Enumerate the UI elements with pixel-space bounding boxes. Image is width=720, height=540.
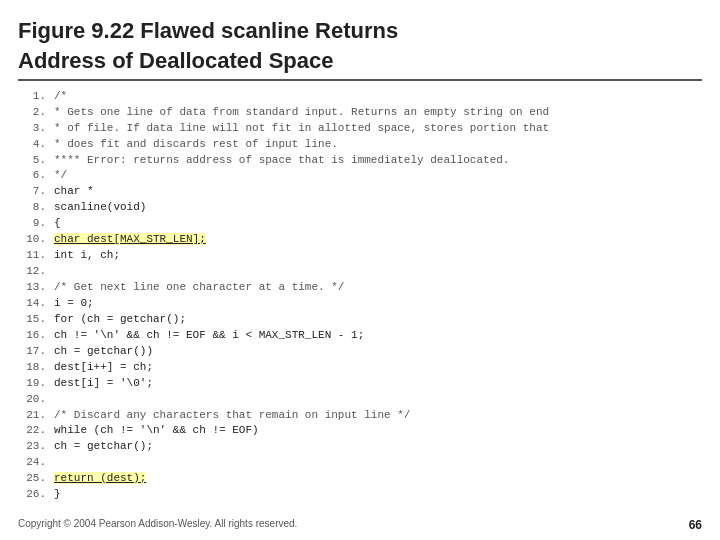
- table-row: 12.: [18, 264, 702, 280]
- line-number: 7.: [18, 184, 46, 200]
- table-row: 11. int i, ch;: [18, 248, 702, 264]
- line-content: ch = getchar()): [54, 344, 702, 360]
- table-row: 19. dest[i] = '\0';: [18, 376, 702, 392]
- line-content: int i, ch;: [54, 248, 702, 264]
- line-number: 2.: [18, 105, 46, 121]
- line-number: 1.: [18, 89, 46, 105]
- table-row: 17. ch = getchar()): [18, 344, 702, 360]
- page-number: 66: [689, 518, 702, 532]
- line-number: 16.: [18, 328, 46, 344]
- table-row: 7.char *: [18, 184, 702, 200]
- line-number: 14.: [18, 296, 46, 312]
- table-row: 2. * Gets one line of data from standard…: [18, 105, 702, 121]
- table-row: 9.{: [18, 216, 702, 232]
- table-row: 22. while (ch != '\n' && ch != EOF): [18, 423, 702, 439]
- table-row: 21. /* Discard any characters that remai…: [18, 408, 702, 424]
- table-row: 14. i = 0;: [18, 296, 702, 312]
- table-row: 8.scanline(void): [18, 200, 702, 216]
- title-line1: Figure 9.22 Flawed scanline Returns: [18, 18, 702, 44]
- line-content: */: [54, 168, 702, 184]
- line-content: char dest[MAX_STR_LEN];: [54, 232, 702, 248]
- line-content: /*: [54, 89, 702, 105]
- line-number: 26.: [18, 487, 46, 503]
- table-row: 16. ch != '\n' && ch != EOF && i < MAX_S…: [18, 328, 702, 344]
- line-number: 10.: [18, 232, 46, 248]
- line-number: 19.: [18, 376, 46, 392]
- copyright-text: Copyright © 2004 Pearson Addison-Wesley.…: [18, 518, 297, 532]
- line-content: dest[i] = '\0';: [54, 376, 702, 392]
- table-row: 15. for (ch = getchar();: [18, 312, 702, 328]
- table-row: 20.: [18, 392, 702, 408]
- line-content: /* Get next line one character at a time…: [54, 280, 702, 296]
- line-number: 22.: [18, 423, 46, 439]
- line-number: 9.: [18, 216, 46, 232]
- line-content: for (ch = getchar();: [54, 312, 702, 328]
- line-number: 5.: [18, 153, 46, 169]
- line-number: 21.: [18, 408, 46, 424]
- title-line2: Address of Deallocated Space: [18, 48, 702, 74]
- table-row: 23. ch = getchar();: [18, 439, 702, 455]
- line-number: 23.: [18, 439, 46, 455]
- table-row: 4. * does fit and discards rest of input…: [18, 137, 702, 153]
- table-row: 5. **** Error: returns address of space …: [18, 153, 702, 169]
- line-number: 13.: [18, 280, 46, 296]
- line-content: ch = getchar();: [54, 439, 702, 455]
- line-number: 24.: [18, 455, 46, 471]
- table-row: 3. * of file. If data line will not fit …: [18, 121, 702, 137]
- line-number: 25.: [18, 471, 46, 487]
- line-number: 8.: [18, 200, 46, 216]
- line-number: 12.: [18, 264, 46, 280]
- table-row: 10. char dest[MAX_STR_LEN];: [18, 232, 702, 248]
- line-content: dest[i++] = ch;: [54, 360, 702, 376]
- table-row: 25. return (dest);: [18, 471, 702, 487]
- line-content: i = 0;: [54, 296, 702, 312]
- footer: Copyright © 2004 Pearson Addison-Wesley.…: [18, 518, 702, 532]
- line-number: 20.: [18, 392, 46, 408]
- line-content: }: [54, 487, 702, 503]
- line-content: {: [54, 216, 702, 232]
- line-content: ch != '\n' && ch != EOF && i < MAX_STR_L…: [54, 328, 702, 344]
- line-content: scanline(void): [54, 200, 702, 216]
- line-number: 4.: [18, 137, 46, 153]
- table-row: 1./*: [18, 89, 702, 105]
- table-row: 13. /* Get next line one character at a …: [18, 280, 702, 296]
- table-row: 26.}: [18, 487, 702, 503]
- line-number: 11.: [18, 248, 46, 264]
- line-content: * Gets one line of data from standard in…: [54, 105, 702, 121]
- table-row: 18. dest[i++] = ch;: [18, 360, 702, 376]
- line-content: * of file. If data line will not fit in …: [54, 121, 702, 137]
- line-content: while (ch != '\n' && ch != EOF): [54, 423, 702, 439]
- line-content: char *: [54, 184, 702, 200]
- line-number: 3.: [18, 121, 46, 137]
- page-container: Figure 9.22 Flawed scanline Returns Addr…: [0, 0, 720, 540]
- line-number: 6.: [18, 168, 46, 184]
- line-number: 15.: [18, 312, 46, 328]
- line-number: 18.: [18, 360, 46, 376]
- line-content: /* Discard any characters that remain on…: [54, 408, 702, 424]
- table-row: 24.: [18, 455, 702, 471]
- line-content: * does fit and discards rest of input li…: [54, 137, 702, 153]
- line-number: 17.: [18, 344, 46, 360]
- line-content: **** Error: returns address of space tha…: [54, 153, 702, 169]
- line-content: return (dest);: [54, 471, 702, 487]
- code-block: 1./*2. * Gets one line of data from stan…: [18, 89, 702, 503]
- table-row: 6. */: [18, 168, 702, 184]
